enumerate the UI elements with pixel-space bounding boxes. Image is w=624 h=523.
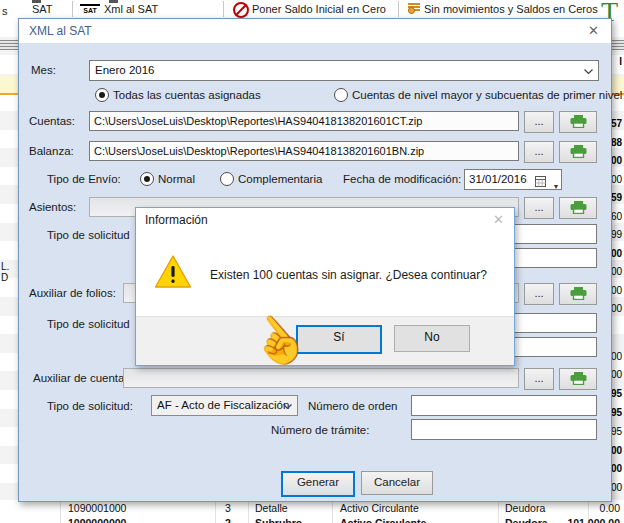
printer-icon: [560, 115, 596, 128]
toolbar-item-poner-saldo[interactable]: Poner Saldo Inicial en Cero: [252, 3, 386, 15]
table-cell-number: 00: [611, 445, 622, 456]
table-cell-number: 00: [611, 369, 622, 380]
radio-todas-cuentas[interactable]: [95, 88, 109, 102]
informacion-messagebox: Información ✕ Existen 100 cuentas sin as…: [135, 207, 515, 366]
table-cell-account: 1090000000: [68, 517, 126, 523]
mes-label: Mes:: [31, 64, 56, 76]
toolbar-separator: [72, 1, 73, 17]
printer-icon: [560, 372, 596, 385]
aux-folios-browse-button[interactable]: ...: [524, 283, 554, 305]
partial-cell-text: L. D: [1, 261, 18, 283]
radio-cuentas-mayor-label: Cuentas de nivel mayor y subcuentas de p…: [352, 89, 622, 101]
mes-combobox[interactable]: Enero 2016: [89, 60, 599, 81]
splitter-grip: [0, 40, 18, 50]
no-symbol-icon: [233, 2, 249, 18]
table-cell-name: Activo Circulante: [340, 502, 419, 514]
asientos-print-button[interactable]: [559, 197, 597, 219]
balanza-label: Balanza:: [29, 145, 74, 157]
aux-folios-label: Auxiliar de folios:: [29, 287, 116, 299]
chevron-down-icon: [283, 404, 291, 409]
fecha-datepicker[interactable]: 31/01/2016 ▾: [464, 169, 562, 190]
no-button[interactable]: No: [394, 325, 470, 352]
tipo-envio-label: Tipo de Envío:: [47, 173, 121, 185]
toolbar-item-sin-movimientos[interactable]: Sin movimientos y Saldos en Ceros: [424, 3, 598, 15]
aux-folios-tipo-solicitud-label: Tipo de solicitud: [47, 318, 130, 330]
balanza-print-button[interactable]: [559, 141, 597, 163]
numero-tramite-field[interactable]: [411, 419, 597, 440]
numero-tramite-label: Número de trámite:: [271, 424, 369, 436]
dropdown-arrow-icon[interactable]: ▾: [554, 177, 558, 196]
table-cell-number: 00: [611, 155, 622, 166]
radio-cuentas-mayor[interactable]: [334, 88, 348, 102]
balanza-path-field[interactable]: C:\Users\JoseLuis\Desktop\Reportes\HAS94…: [89, 141, 519, 161]
toolbar-separator: [398, 1, 399, 17]
calendar-icon: [535, 174, 546, 193]
table-cell-number: 99: [611, 229, 622, 240]
table-cell-number: 00: [611, 266, 622, 277]
balanza-browse-button[interactable]: ...: [524, 141, 554, 163]
toolbar-item-sat[interactable]: SAT: [32, 3, 53, 15]
asientos-browse-button[interactable]: ...: [524, 197, 554, 219]
generar-button[interactable]: Generar: [281, 471, 355, 497]
aux-cuentas-browse-button[interactable]: ...: [524, 368, 554, 390]
radio-todas-cuentas-label: Todas las cuentas asignadas: [113, 89, 261, 101]
numero-orden-field[interactable]: [411, 395, 597, 416]
table-cell-number: 00: [611, 174, 622, 185]
table-cell-amount: 101,000.00: [567, 517, 620, 523]
highlighted-row: [0, 76, 18, 95]
radio-normal-label: Normal: [158, 173, 195, 185]
cuentas-print-button[interactable]: [559, 111, 597, 133]
asientos-tipo-solicitud-label: Tipo de solicitud: [47, 229, 130, 241]
partial-header-text: l: [619, 56, 622, 67]
splitter-grip: [610, 40, 624, 50]
table-cell-number: 00: [611, 285, 622, 296]
background-table-bottom: 10900010003DetalleActivo CirculanteDeudo…: [0, 500, 624, 523]
aux-cuentas-path-field[interactable]: [123, 368, 519, 388]
table-cell-number: 00: [611, 303, 622, 314]
printer-icon: [560, 145, 596, 158]
table-cell-number: 57: [611, 118, 622, 129]
table-cell-amount: 0.00: [600, 502, 620, 514]
cuentas-path-field[interactable]: C:\Users\JoseLuis\Desktop\Reportes\HAS94…: [89, 111, 519, 131]
cancelar-button[interactable]: Cancelar: [361, 471, 433, 495]
tipo-solicitud-combobox[interactable]: AF - Acto de Fiscalización: [151, 395, 298, 416]
aux-cuentas-print-button[interactable]: [559, 368, 597, 390]
close-icon[interactable]: ✕: [588, 23, 599, 38]
table-cell-number: 59: [611, 192, 622, 203]
printer-icon: [560, 287, 596, 300]
table-cell-nature: Deudora: [505, 517, 548, 523]
aux-cuentas-tipo-solicitud-label: Tipo de solicitud:: [47, 400, 133, 412]
table-cell-number: 60: [611, 211, 622, 222]
messagebox-footer: Sí No: [136, 316, 514, 365]
radio-complementaria[interactable]: [220, 172, 234, 186]
table-cell-number: 00: [611, 463, 622, 474]
cuentas-label: Cuentas:: [29, 115, 75, 127]
radio-normal[interactable]: [140, 172, 154, 186]
toolbar-item-xml-al-sat[interactable]: Xml al SAT: [104, 3, 158, 15]
table-cell-level: 2: [225, 517, 231, 523]
aux-cuentas-label: Auxiliar de cuentas:: [33, 372, 133, 384]
table-cell-level: 3: [225, 502, 231, 514]
numero-orden-label: Número de orden: [308, 400, 398, 412]
table-cell-nature: Deudora: [505, 502, 545, 514]
cuentas-browse-button[interactable]: ...: [524, 111, 554, 133]
tipo-solicitud-value: AF - Acto de Fiscalización: [157, 399, 289, 411]
screen: s SAT SAT Xml al SAT Poner Saldo Inicial…: [0, 0, 624, 523]
radio-complementaria-label: Complementaria: [238, 173, 322, 185]
warning-icon: [154, 254, 192, 292]
toolbar-partial-text: s: [2, 5, 8, 17]
table-cell-number: 88: [611, 137, 622, 148]
mes-value: Enero 2016: [95, 64, 154, 76]
rows-orange-icon: [408, 3, 420, 14]
aux-folios-print-button[interactable]: [559, 283, 597, 305]
toolbar: s SAT SAT Xml al SAT Poner Saldo Inicial…: [0, 0, 624, 18]
table-cell-number: 00: [611, 248, 622, 259]
fecha-modificacion-label: Fecha de modificación:: [343, 173, 461, 185]
table-cell-number: 00: [611, 482, 622, 493]
table-cell-type: Subrubro: [255, 517, 302, 523]
close-icon[interactable]: ✕: [493, 212, 504, 227]
table-row: 10900010003DetalleActivo CirculanteDeudo…: [0, 502, 624, 517]
table-cell-account: 1090001000: [68, 502, 126, 514]
table-cell-number: 00: [611, 351, 622, 362]
toolbar-separator: [223, 1, 224, 17]
